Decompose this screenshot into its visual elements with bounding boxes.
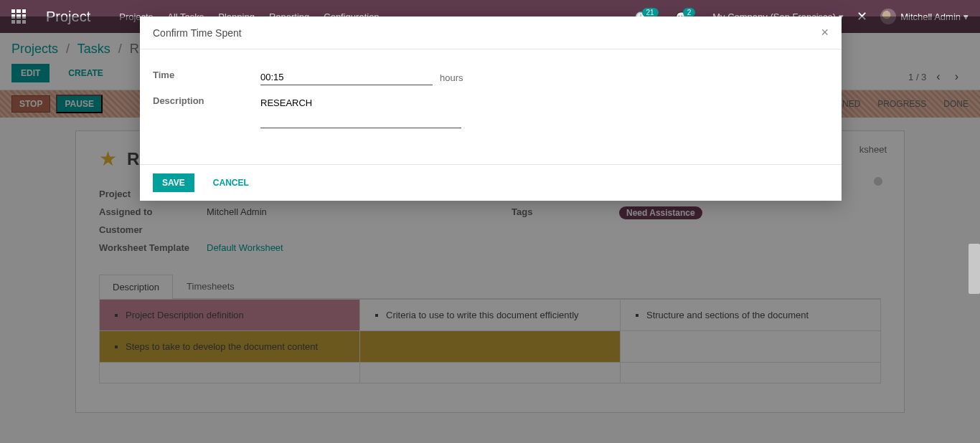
confirm-time-modal: Confirm Time Spent × Time hours Descript…: [140, 16, 842, 201]
time-input[interactable]: [260, 70, 433, 85]
time-unit: hours: [440, 72, 463, 83]
activity-badge: 21: [642, 8, 659, 17]
label-description: Description: [153, 95, 260, 106]
save-button[interactable]: SAVE: [153, 173, 194, 192]
modal-close-icon[interactable]: ×: [821, 25, 829, 40]
chat-badge: 2: [683, 8, 696, 17]
modal-title: Confirm Time Spent: [153, 27, 242, 39]
description-input[interactable]: [260, 95, 461, 110]
label-time: Time: [153, 70, 260, 80]
cancel-button[interactable]: CANCEL: [204, 174, 258, 191]
modal-header: Confirm Time Spent ×: [140, 16, 842, 49]
scrollbar[interactable]: [969, 244, 980, 294]
